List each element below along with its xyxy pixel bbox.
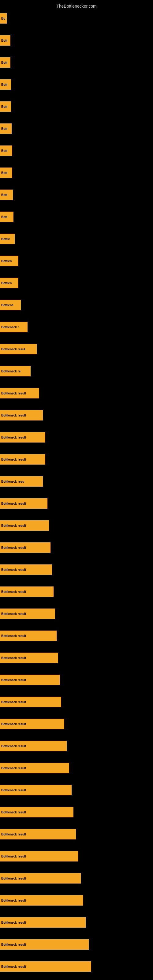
- bar-item: Bottleneck r: [0, 322, 27, 332]
- bar-label: Bottleneck result: [1, 524, 26, 527]
- bar-row: Bottleneck resu: [0, 472, 153, 491]
- bar-item: Bottleneck result: [0, 630, 57, 641]
- bar-row: Bott: [0, 164, 153, 182]
- bar-label: Bott: [1, 127, 7, 130]
- bar-row: Bott: [0, 75, 153, 94]
- bar-row: Bott: [0, 53, 153, 72]
- bar-row: Bottleneck result: [0, 538, 153, 557]
- bar-item: Bott: [0, 57, 10, 68]
- bar-row: Bott: [0, 142, 153, 160]
- bar-label: Bott: [1, 83, 7, 86]
- bar-item: Bottleneck result: [0, 498, 48, 509]
- bar-row: Bott: [0, 208, 153, 226]
- bar-row: Bottleneck result: [0, 582, 153, 601]
- bar-item: Bottleneck result: [0, 565, 52, 575]
- bar-label: Bottleneck r: [1, 326, 19, 329]
- bar-label: Bottleneck resul: [1, 348, 25, 351]
- bar-item: Bottleneck result: [0, 410, 43, 420]
- bar-label: Bottleneck result: [1, 546, 26, 549]
- bar-row: Bottleneck result: [0, 450, 153, 469]
- bar-item: Bott: [0, 145, 12, 156]
- bar-label: Bottleneck result: [1, 811, 26, 814]
- bar-item: Bottleneck result: [0, 829, 76, 840]
- bar-item: Bott: [0, 101, 11, 112]
- bar-row: Bottleneck result: [0, 406, 153, 425]
- bar-row: Bottleneck r: [0, 318, 153, 336]
- bar-item: Bott: [0, 167, 12, 178]
- bar-item: Bottleneck result: [0, 741, 67, 751]
- bar-label: Bottleneck result: [1, 789, 26, 792]
- bar-item: Bott: [0, 35, 10, 46]
- bar-label: Bottleneck result: [1, 722, 26, 726]
- bar-label: Bott: [1, 193, 7, 197]
- bar-row: Bottlen: [0, 252, 153, 270]
- bar-label: Bottleneck result: [1, 855, 26, 858]
- bar-row: Bottleneck result: [0, 516, 153, 535]
- bar-row: Bottleneck result: [0, 781, 153, 799]
- bar-item: Bottleneck result: [0, 961, 91, 972]
- bar-label: Bott: [1, 61, 7, 64]
- bar-item: Bottleneck re: [0, 366, 30, 376]
- bar-item: Bottleneck resul: [0, 344, 37, 354]
- bar-label: Bottleneck result: [1, 678, 26, 682]
- bar-item: Bo: [0, 13, 7, 24]
- bar-row: Bott: [0, 97, 153, 116]
- bar-label: Bott: [1, 171, 7, 175]
- bar-row: Bottleneck re: [0, 362, 153, 380]
- bar-item: Bottleneck result: [0, 873, 81, 883]
- bar-row: Bottleneck result: [0, 627, 153, 645]
- bar-row: Bott: [0, 31, 153, 49]
- bar-item: Bottleneck result: [0, 719, 64, 729]
- bar-label: Bottleneck result: [1, 745, 26, 748]
- bar-row: Bottleneck result: [0, 560, 153, 579]
- bar-item: Bottlene: [0, 300, 21, 310]
- bar-item: Bottleneck result: [0, 917, 86, 928]
- bar-row: Bottleneck result: [0, 649, 153, 667]
- bar-label: Bottleneck result: [1, 634, 26, 638]
- bar-label: Bottleneck result: [1, 612, 26, 616]
- bar-row: Bottle: [0, 230, 153, 248]
- bar-item: Bottleneck result: [0, 432, 45, 442]
- bar-label: Bottleneck result: [1, 436, 26, 439]
- bar-row: Bottleneck result: [0, 428, 153, 447]
- bar-item: Bottleneck result: [0, 675, 60, 685]
- bar-item: Bottleneck resu: [0, 476, 43, 487]
- bar-label: Bottleneck result: [1, 502, 26, 505]
- bar-row: Bottleneck result: [0, 869, 153, 888]
- bar-item: Bottleneck result: [0, 763, 69, 773]
- bar-item: Bottleneck result: [0, 939, 89, 950]
- bar-row: Bott: [0, 119, 153, 138]
- bar-row: Bottleneck result: [0, 494, 153, 513]
- bar-item: Bott: [0, 123, 12, 134]
- bar-row: Bottleneck result: [0, 737, 153, 755]
- bar-row: Bottleneck result: [0, 671, 153, 689]
- bar-row: Bottleneck result: [0, 891, 153, 910]
- bar-label: Bottleneck result: [1, 414, 26, 417]
- bar-item: Bottleneck result: [0, 895, 83, 905]
- bar-item: Bottleneck result: [0, 851, 78, 861]
- bar-label: Bottlene: [1, 304, 13, 307]
- bar-item: Bott: [0, 79, 11, 90]
- bar-item: Bottlen: [0, 278, 18, 288]
- bar-row: Bottleneck result: [0, 847, 153, 865]
- bar-row: Bottleneck result: [0, 759, 153, 777]
- bar-row: Bottleneck result: [0, 803, 153, 821]
- bar-label: Bottleneck result: [1, 568, 26, 571]
- bar-row: Bottleneck result: [0, 715, 153, 733]
- bar-label: Bottleneck result: [1, 965, 26, 968]
- bar-label: Bottleneck result: [1, 899, 26, 902]
- bar-item: Bott: [0, 189, 13, 200]
- bar-label: Bott: [1, 215, 7, 219]
- bar-item: Bottleneck result: [0, 652, 58, 663]
- bar-item: Bottleneck result: [0, 697, 61, 707]
- bar-label: Bottleneck result: [1, 943, 26, 946]
- bar-label: Bottleneck result: [1, 392, 26, 395]
- bar-item: Bottleneck result: [0, 542, 51, 553]
- bar-item: Bottleneck result: [0, 520, 49, 531]
- bar-item: Bottleneck result: [0, 454, 45, 465]
- bar-row: Bottlen: [0, 274, 153, 292]
- bar-label: Bottleneck resu: [1, 480, 24, 483]
- bar-label: Bottlen: [1, 259, 12, 263]
- bar-row: Bottleneck result: [0, 935, 153, 954]
- bar-row: Bottleneck resul: [0, 340, 153, 358]
